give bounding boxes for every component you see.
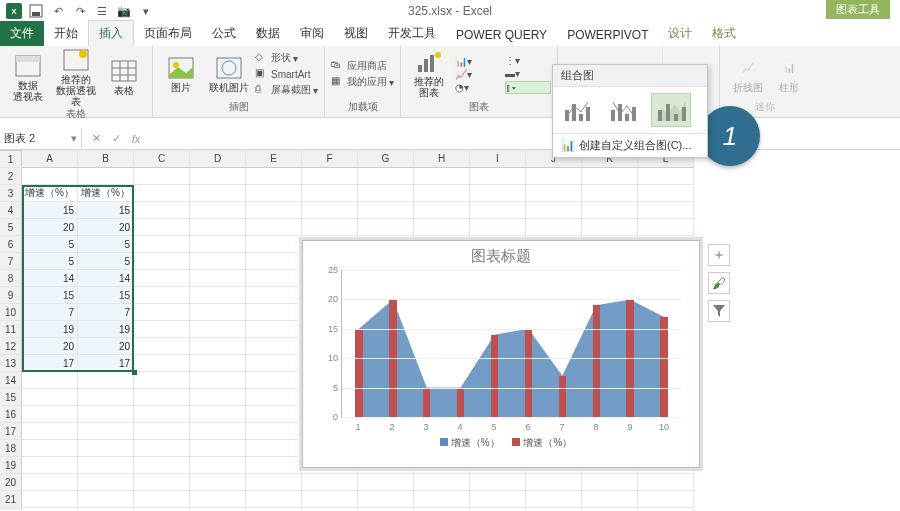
- cell[interactable]: [358, 185, 414, 202]
- tab-home[interactable]: 开始: [44, 21, 88, 46]
- cell[interactable]: [134, 270, 190, 287]
- cell[interactable]: [526, 491, 582, 508]
- cell[interactable]: [414, 202, 470, 219]
- chart-type-combo[interactable]: ⫿▾: [505, 81, 551, 94]
- cell[interactable]: [414, 474, 470, 491]
- cell[interactable]: [134, 253, 190, 270]
- cell[interactable]: [190, 355, 246, 372]
- cell[interactable]: [638, 219, 694, 236]
- cell[interactable]: [470, 202, 526, 219]
- cell[interactable]: [134, 457, 190, 474]
- cell[interactable]: [134, 491, 190, 508]
- cell[interactable]: [190, 372, 246, 389]
- tab-pagelayout[interactable]: 页面布局: [134, 21, 202, 46]
- cell[interactable]: [22, 406, 78, 423]
- cell[interactable]: [190, 219, 246, 236]
- picture-button[interactable]: 图片: [159, 56, 203, 93]
- chart-type-line[interactable]: 📈▾: [455, 69, 501, 80]
- cell[interactable]: [638, 168, 694, 185]
- cell[interactable]: [582, 185, 638, 202]
- cell[interactable]: [638, 185, 694, 202]
- cell[interactable]: [246, 491, 302, 508]
- cell[interactable]: [246, 440, 302, 457]
- cell[interactable]: [78, 491, 134, 508]
- cell[interactable]: [22, 168, 78, 185]
- col-header[interactable]: G: [358, 150, 414, 168]
- cell[interactable]: [470, 508, 526, 510]
- cell[interactable]: [526, 202, 582, 219]
- cell[interactable]: [22, 372, 78, 389]
- row-header[interactable]: 21: [0, 491, 22, 508]
- cell[interactable]: [78, 508, 134, 510]
- tab-insert[interactable]: 插入: [88, 20, 134, 46]
- cell[interactable]: 5: [78, 236, 134, 253]
- row-header[interactable]: 16: [0, 406, 22, 423]
- cancel-icon[interactable]: ✕: [88, 131, 104, 147]
- cell[interactable]: [358, 508, 414, 510]
- cell[interactable]: [134, 355, 190, 372]
- cell[interactable]: [134, 508, 190, 510]
- cell[interactable]: [190, 474, 246, 491]
- col-header[interactable]: H: [414, 150, 470, 168]
- cell[interactable]: [582, 508, 638, 510]
- cell[interactable]: 17: [22, 355, 78, 372]
- row-header[interactable]: 7: [0, 253, 22, 270]
- cell[interactable]: [526, 168, 582, 185]
- cell[interactable]: [582, 491, 638, 508]
- row-header[interactable]: 17: [0, 423, 22, 440]
- cell[interactable]: [246, 304, 302, 321]
- cell[interactable]: 20: [22, 338, 78, 355]
- cell[interactable]: [638, 202, 694, 219]
- cell[interactable]: [302, 185, 358, 202]
- cell[interactable]: [638, 508, 694, 510]
- cell[interactable]: [246, 219, 302, 236]
- screenshot-button[interactable]: ⎙屏幕截图 ▾: [255, 83, 318, 97]
- tab-powerpivot[interactable]: POWERPIVOT: [557, 24, 658, 46]
- tab-format[interactable]: 格式: [702, 21, 746, 46]
- cell[interactable]: [582, 474, 638, 491]
- col-header[interactable]: E: [246, 150, 302, 168]
- row-header[interactable]: 8: [0, 270, 22, 287]
- myapps-button[interactable]: ▦我的应用 ▾: [331, 75, 394, 89]
- cell[interactable]: [190, 389, 246, 406]
- cell[interactable]: [190, 168, 246, 185]
- cell[interactable]: [246, 253, 302, 270]
- cell[interactable]: [302, 168, 358, 185]
- tab-design[interactable]: 设计: [658, 21, 702, 46]
- chart-object[interactable]: 图表标题 0510152025 12345678910 增速（%） 增速（%）: [302, 240, 700, 468]
- cell[interactable]: [414, 185, 470, 202]
- chart-plot-area[interactable]: 0510152025: [341, 270, 681, 418]
- row-header[interactable]: 3: [0, 185, 22, 202]
- cell[interactable]: [190, 457, 246, 474]
- cell[interactable]: [414, 219, 470, 236]
- online-picture-button[interactable]: 联机图片: [207, 56, 251, 93]
- cell[interactable]: [246, 372, 302, 389]
- cell[interactable]: [78, 457, 134, 474]
- col-header[interactable]: F: [302, 150, 358, 168]
- cell[interactable]: [246, 389, 302, 406]
- cell[interactable]: [134, 440, 190, 457]
- cell[interactable]: [414, 508, 470, 510]
- cell[interactable]: [22, 491, 78, 508]
- more-icon[interactable]: ▾: [138, 3, 154, 19]
- cell[interactable]: [190, 304, 246, 321]
- tab-developer[interactable]: 开发工具: [378, 21, 446, 46]
- sparkline-col[interactable]: 📊柱形: [774, 56, 804, 93]
- cell[interactable]: [134, 474, 190, 491]
- cell[interactable]: [134, 185, 190, 202]
- cell[interactable]: [246, 236, 302, 253]
- cell[interactable]: [22, 389, 78, 406]
- cell[interactable]: [190, 508, 246, 510]
- cell[interactable]: [470, 491, 526, 508]
- row-header[interactable]: 22: [0, 508, 22, 510]
- row-header[interactable]: 4: [0, 202, 22, 219]
- row-header[interactable]: 11: [0, 321, 22, 338]
- row-header[interactable]: 15: [0, 389, 22, 406]
- chart-filter-button[interactable]: [708, 300, 730, 322]
- cell[interactable]: [582, 168, 638, 185]
- cell[interactable]: [134, 236, 190, 253]
- cell[interactable]: [78, 406, 134, 423]
- shapes-button[interactable]: ◇形状 ▾: [255, 51, 318, 65]
- row-header[interactable]: 12: [0, 338, 22, 355]
- cell[interactable]: [358, 219, 414, 236]
